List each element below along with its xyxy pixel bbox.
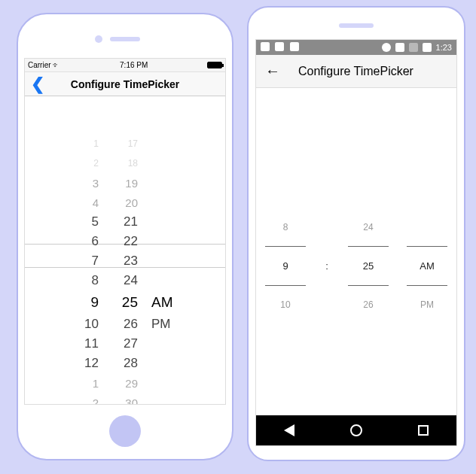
status-icon: [290, 42, 299, 51]
minute-opt: 30: [112, 397, 138, 406]
android-speaker: [339, 23, 374, 28]
minute-opt: 19: [112, 177, 138, 190]
minute-opt: 28: [112, 356, 138, 371]
hour-opt: 8: [73, 273, 99, 288]
android-content: 8 9 10 : 24 25 26: [256, 88, 456, 415]
ios-carrier-label: Carrier ᯤ: [28, 61, 60, 69]
signal-icon: [409, 43, 418, 52]
ios-minute-selected[interactable]: 25: [112, 294, 138, 311]
hour-opt: 1: [73, 377, 99, 390]
ampm-opt: PM: [151, 317, 177, 332]
minute-opt: 23: [112, 254, 138, 269]
ios-title-label: Configure TimePicker: [25, 78, 225, 90]
nav-recents-icon[interactable]: [418, 425, 429, 436]
ios-camera-dot: [95, 35, 102, 43]
minute-opt: 18: [112, 158, 138, 169]
status-icon: [261, 42, 270, 51]
hour-selected[interactable]: 9: [282, 260, 288, 272]
ampm-above: [426, 222, 428, 232]
divider: [348, 246, 389, 247]
android-minute-column[interactable]: 24 25 26: [348, 222, 389, 310]
android-clock-label: 1:23: [436, 43, 452, 52]
ios-timepicker[interactable]: 117 218 319 420 521 622 723 824 9 25 AM …: [25, 134, 225, 405]
battery-icon: [423, 43, 432, 52]
divider: [348, 285, 389, 286]
status-icon: [275, 42, 284, 51]
divider: [407, 285, 447, 286]
minute-opt: 29: [112, 377, 138, 390]
minute-opt: 27: [112, 336, 138, 351]
status-icon: [382, 43, 391, 52]
android-timepicker[interactable]: 8 9 10 : 24 25 26: [256, 222, 456, 310]
ampm-below: PM: [420, 299, 434, 310]
hour-above: 8: [283, 222, 288, 232]
android-navbar: [256, 415, 456, 445]
minute-opt: 24: [112, 273, 138, 288]
hour-opt: 5: [73, 214, 99, 229]
android-toolbar: ← Configure TimePicker: [256, 55, 456, 88]
back-arrow-icon[interactable]: ←: [265, 62, 280, 80]
ios-phone-frame: Carrier ᯤ 7:16 PM ❮ Configure TimePicker…: [17, 13, 233, 460]
divider: [407, 246, 447, 247]
nav-back-icon[interactable]: [284, 424, 294, 436]
minute-opt: 22: [112, 234, 138, 249]
ios-statusbar: Carrier ᯤ 7:16 PM: [25, 59, 225, 72]
minute-opt: 26: [112, 317, 138, 332]
hour-below: 10: [280, 299, 290, 310]
minute-selected[interactable]: 25: [363, 260, 374, 272]
hour-opt: 1: [73, 138, 99, 149]
colon-label: :: [324, 222, 330, 310]
nav-home-icon[interactable]: [350, 424, 362, 436]
battery-icon: [207, 62, 222, 68]
divider: [265, 285, 306, 286]
ios-screen: Carrier ᯤ 7:16 PM ❮ Configure TimePicker…: [24, 58, 226, 405]
minute-opt: 20: [112, 196, 138, 209]
android-ampm-column[interactable]: AM PM: [407, 222, 447, 310]
android-title-label: Configure TimePicker: [298, 65, 413, 78]
minute-opt: 21: [112, 214, 138, 229]
android-screen: 1:23 ← Configure TimePicker 8 9 10 :: [255, 39, 457, 446]
ios-speaker: [110, 37, 140, 41]
wifi-icon: [395, 43, 404, 52]
hour-opt: 10: [73, 317, 99, 332]
ampm-selected[interactable]: AM: [420, 260, 435, 272]
hour-opt: 7: [73, 254, 99, 269]
divider: [265, 246, 306, 247]
ios-ampm-selected[interactable]: AM: [151, 294, 177, 311]
hour-opt: 12: [73, 356, 99, 371]
hour-opt: 3: [73, 177, 99, 190]
minute-above: 24: [363, 222, 373, 232]
ios-navbar: ❮ Configure TimePicker: [25, 72, 225, 96]
android-phone-frame: 1:23 ← Configure TimePicker 8 9 10 :: [247, 6, 465, 461]
ios-home-button[interactable]: [109, 415, 141, 447]
minute-opt: 17: [112, 138, 138, 149]
hour-opt: 4: [73, 196, 99, 209]
ios-hour-selected[interactable]: 9: [73, 294, 99, 311]
minute-below: 26: [363, 299, 373, 310]
ios-clock-label: 7:16 PM: [120, 61, 148, 69]
android-hour-column[interactable]: 8 9 10: [265, 222, 306, 310]
android-statusbar: 1:23: [256, 40, 456, 55]
hour-opt: 2: [73, 158, 99, 169]
hour-opt: 11: [73, 336, 99, 351]
hour-opt: 6: [73, 234, 99, 249]
hour-opt: 2: [73, 397, 99, 406]
